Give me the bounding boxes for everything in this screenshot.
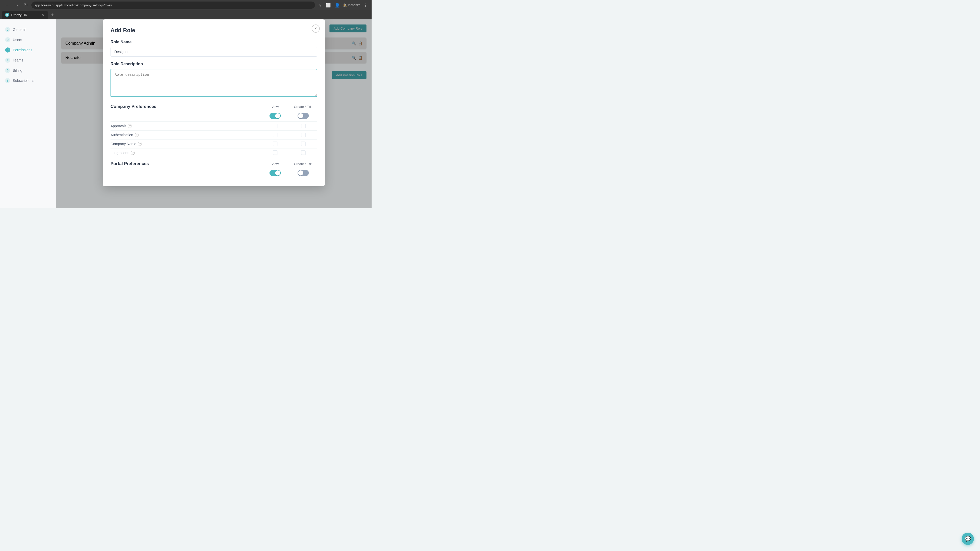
portal-view-toggle[interactable]: [269, 170, 281, 176]
create-edit-toggle-cell: [289, 113, 317, 119]
sidebar-label-billing: Billing: [13, 68, 22, 73]
permission-row-company-name: Company Name ?: [110, 139, 317, 148]
portal-preferences-header: Portal Preferences View Create / Edit: [110, 161, 317, 166]
portal-preferences-section: Portal Preferences View Create / Edit: [110, 161, 317, 176]
authentication-info-icon[interactable]: ?: [135, 133, 139, 137]
incognito-badge[interactable]: 🕵 Incognito: [343, 3, 360, 7]
incognito-label: Incognito: [348, 3, 360, 7]
approvals-view-checkbox-cell: [261, 124, 289, 128]
portal-create-edit-toggle-cell: [289, 170, 317, 176]
portal-prefs-toggle-row: [110, 170, 317, 176]
portal-view-toggle-knob: [275, 170, 280, 176]
company-name-edit-checkbox[interactable]: [301, 141, 305, 146]
new-tab-button[interactable]: +: [49, 11, 56, 19]
sidebar-item-general[interactable]: G General: [0, 24, 56, 35]
modal-overlay: Add Role × Role Name Role Description Co…: [56, 19, 372, 208]
create-edit-toggle-knob: [298, 113, 303, 118]
sidebar-item-teams[interactable]: T Teams: [0, 55, 56, 65]
close-icon: ×: [314, 26, 317, 31]
app-content: G General U Users P Permissions T Teams …: [0, 19, 372, 208]
create-edit-toggle[interactable]: [298, 113, 309, 119]
permission-row-approvals: Approvals ?: [110, 121, 317, 130]
sidebar-label-teams: Teams: [13, 58, 23, 62]
authentication-view-checkbox[interactable]: [273, 133, 277, 137]
view-toggle-cell: [261, 113, 289, 119]
authentication-view-checkbox-cell: [261, 133, 289, 137]
sidebar-label-permissions: Permissions: [13, 48, 32, 52]
company-prefs-toggle-row: [110, 113, 317, 119]
integrations-label: Integrations: [110, 151, 129, 155]
company-name-view-checkbox-cell: [261, 141, 289, 146]
company-name-edit-checkbox-cell: [289, 141, 317, 146]
add-role-modal: Add Role × Role Name Role Description Co…: [103, 19, 325, 186]
tab-title: Breezy HR: [11, 13, 27, 17]
company-preferences-header: Company Preferences View Create / Edit: [110, 104, 317, 109]
integrations-view-checkbox[interactable]: [273, 151, 277, 155]
sidebar-item-billing[interactable]: B Billing: [0, 65, 56, 76]
sidebar: G General U Users P Permissions T Teams …: [0, 19, 56, 208]
permission-name-company-name: Company Name ?: [110, 142, 261, 146]
sidebar-label-general: General: [13, 27, 25, 32]
sidebar-label-subscriptions: Subscriptions: [13, 79, 34, 83]
company-name-label: Company Name: [110, 142, 136, 146]
toolbar-icons: ☆ ⬜ 👤 🕵 Incognito ⋮: [317, 2, 369, 9]
modal-close-button[interactable]: ×: [312, 24, 320, 33]
back-button[interactable]: ←: [3, 2, 11, 9]
permission-row-integrations: Integrations ?: [110, 148, 317, 157]
portal-create-edit-toggle[interactable]: [298, 170, 309, 176]
sidebar-item-users[interactable]: U Users: [0, 35, 56, 45]
active-tab: B Breezy HR ✕: [2, 11, 48, 19]
approvals-view-checkbox[interactable]: [273, 124, 277, 128]
integrations-edit-checkbox-cell: [289, 151, 317, 155]
teams-icon: T: [5, 58, 10, 63]
permission-name-integrations: Integrations ?: [110, 151, 261, 155]
integrations-edit-checkbox[interactable]: [301, 151, 305, 155]
subscriptions-icon: S: [5, 78, 10, 83]
users-icon: U: [5, 37, 10, 42]
integrations-info-icon[interactable]: ?: [130, 151, 135, 155]
extensions-button[interactable]: ⬜: [325, 2, 332, 9]
approvals-label: Approvals: [110, 124, 126, 128]
portal-view-toggle-cell: [261, 170, 289, 176]
role-name-input[interactable]: [110, 47, 317, 57]
browser-toolbar: ← → ↻ ☆ ⬜ 👤 🕵 Incognito ⋮: [0, 0, 372, 10]
portal-preferences-title: Portal Preferences: [110, 161, 261, 166]
sidebar-item-subscriptions[interactable]: S Subscriptions: [0, 76, 56, 86]
profile-button[interactable]: 👤: [334, 2, 341, 9]
approvals-edit-checkbox-cell: [289, 124, 317, 128]
portal-view-col-header: View: [261, 162, 289, 166]
integrations-view-checkbox-cell: [261, 151, 289, 155]
role-description-label: Role Description: [110, 62, 317, 66]
bookmark-button[interactable]: ☆: [317, 2, 323, 9]
tab-bar: B Breezy HR ✕ +: [0, 10, 372, 19]
authentication-label: Authentication: [110, 133, 133, 137]
more-options-button[interactable]: ⋮: [363, 2, 369, 9]
main-area: Add Company Role Company Admin 🔍 📋 Recru…: [56, 19, 372, 208]
forward-button[interactable]: →: [13, 2, 21, 9]
tab-close-button[interactable]: ✕: [41, 12, 45, 17]
role-description-textarea[interactable]: [110, 69, 317, 97]
portal-create-edit-col-header: Create / Edit: [289, 162, 317, 166]
authentication-edit-checkbox-cell: [289, 133, 317, 137]
view-col-header: View: [261, 105, 289, 109]
permissions-icon: P: [5, 48, 10, 52]
incognito-icon: 🕵: [343, 3, 347, 7]
role-name-label: Role Name: [110, 40, 317, 44]
permission-name-approvals: Approvals ?: [110, 124, 261, 128]
view-toggle-knob: [275, 113, 280, 118]
approvals-info-icon[interactable]: ?: [128, 124, 132, 128]
authentication-edit-checkbox[interactable]: [301, 133, 305, 137]
sidebar-item-permissions[interactable]: P Permissions: [0, 45, 56, 55]
permission-name-authentication: Authentication ?: [110, 133, 261, 137]
company-name-info-icon[interactable]: ?: [138, 142, 142, 146]
reload-button[interactable]: ↻: [22, 1, 29, 9]
address-bar[interactable]: [32, 2, 315, 9]
create-edit-col-header: Create / Edit: [289, 105, 317, 109]
portal-create-edit-toggle-knob: [298, 170, 303, 176]
permission-row-authentication: Authentication ?: [110, 130, 317, 139]
company-name-view-checkbox[interactable]: [273, 141, 277, 146]
view-toggle[interactable]: [269, 113, 281, 119]
modal-title: Add Role: [110, 27, 317, 34]
approvals-edit-checkbox[interactable]: [301, 124, 305, 128]
company-preferences-title: Company Preferences: [110, 104, 261, 109]
